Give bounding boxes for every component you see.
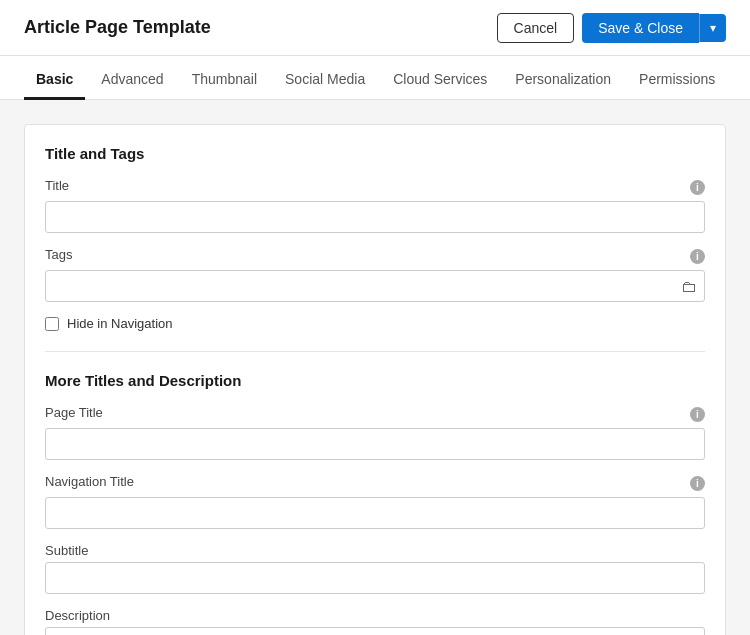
title-label: Title bbox=[45, 178, 69, 193]
page-title: Article Page Template bbox=[24, 17, 211, 38]
tab-advanced[interactable]: Advanced bbox=[89, 61, 175, 100]
header: Article Page Template Cancel Save & Clos… bbox=[0, 0, 750, 56]
tags-input[interactable] bbox=[45, 270, 705, 302]
tabs-bar: Basic Advanced Thumbnail Social Media Cl… bbox=[0, 56, 750, 100]
description-field-group: Description bbox=[45, 608, 705, 635]
nav-title-field-group: Navigation Title i bbox=[45, 474, 705, 529]
header-actions: Cancel Save & Close ▾ bbox=[497, 13, 726, 43]
tab-cloud-services[interactable]: Cloud Services bbox=[381, 61, 499, 100]
page-title-info-icon[interactable]: i bbox=[690, 407, 705, 422]
save-dropdown-button[interactable]: ▾ bbox=[699, 14, 726, 42]
subtitle-label: Subtitle bbox=[45, 543, 705, 558]
tags-label: Tags bbox=[45, 247, 72, 262]
hide-nav-row: Hide in Navigation bbox=[45, 316, 705, 331]
folder-icon[interactable]: 🗀 bbox=[681, 278, 697, 296]
more-titles-section: More Titles and Description Page Title i… bbox=[45, 372, 705, 635]
tab-personalization[interactable]: Personalization bbox=[503, 61, 623, 100]
hide-nav-checkbox[interactable] bbox=[45, 317, 59, 331]
section-title-2: More Titles and Description bbox=[45, 372, 705, 389]
tab-basic[interactable]: Basic bbox=[24, 61, 85, 100]
page-title-input[interactable] bbox=[45, 428, 705, 460]
tab-permissions[interactable]: Permissions bbox=[627, 61, 727, 100]
tags-info-icon[interactable]: i bbox=[690, 249, 705, 264]
main-content: Title and Tags Title i Tags i 🗀 bbox=[0, 100, 750, 635]
cancel-button[interactable]: Cancel bbox=[497, 13, 575, 43]
page-title-field-group: Page Title i bbox=[45, 405, 705, 460]
tags-input-wrapper: 🗀 bbox=[45, 270, 705, 302]
title-field-group: Title i bbox=[45, 178, 705, 233]
save-close-button[interactable]: Save & Close bbox=[582, 13, 699, 43]
description-textarea[interactable] bbox=[45, 627, 705, 635]
chevron-down-icon: ▾ bbox=[710, 21, 716, 35]
subtitle-field-group: Subtitle bbox=[45, 543, 705, 594]
nav-title-input[interactable] bbox=[45, 497, 705, 529]
form-card: Title and Tags Title i Tags i 🗀 bbox=[24, 124, 726, 635]
tab-social-media[interactable]: Social Media bbox=[273, 61, 377, 100]
description-label: Description bbox=[45, 608, 705, 623]
tab-thumbnail[interactable]: Thumbnail bbox=[180, 61, 269, 100]
section-divider bbox=[45, 351, 705, 352]
tags-field-group: Tags i 🗀 bbox=[45, 247, 705, 302]
hide-nav-label: Hide in Navigation bbox=[67, 316, 173, 331]
section-title-1: Title and Tags bbox=[45, 145, 705, 162]
subtitle-input[interactable] bbox=[45, 562, 705, 594]
title-tags-section: Title and Tags Title i Tags i 🗀 bbox=[45, 145, 705, 331]
title-info-icon[interactable]: i bbox=[690, 180, 705, 195]
page-title-label: Page Title bbox=[45, 405, 103, 420]
title-input[interactable] bbox=[45, 201, 705, 233]
nav-title-info-icon[interactable]: i bbox=[690, 476, 705, 491]
nav-title-label: Navigation Title bbox=[45, 474, 134, 489]
